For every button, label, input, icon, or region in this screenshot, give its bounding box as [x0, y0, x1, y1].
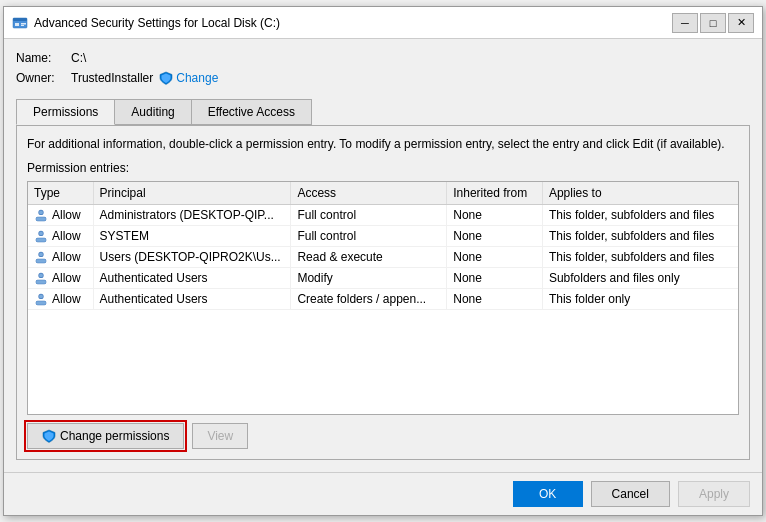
change-link-text: Change — [176, 71, 218, 85]
cell-applies: This folder, subfolders and files — [542, 204, 738, 225]
col-type: Type — [28, 182, 93, 205]
cell-access: Create folders / appen... — [291, 288, 447, 309]
cell-principal: Authenticated Users — [93, 288, 291, 309]
tabs-container: Permissions Auditing Effective Access — [16, 99, 750, 125]
window-title: Advanced Security Settings for Local Dis… — [34, 16, 672, 30]
cell-applies: This folder only — [542, 288, 738, 309]
window-controls: ─ □ ✕ — [672, 13, 754, 33]
tab-effective-access[interactable]: Effective Access — [191, 99, 312, 125]
ok-button[interactable]: OK — [513, 481, 583, 507]
maximize-button[interactable]: □ — [700, 13, 726, 33]
name-label: Name: — [16, 51, 71, 65]
apply-button[interactable]: Apply — [678, 481, 750, 507]
shield-btn-icon — [42, 429, 56, 443]
cell-access: Read & execute — [291, 246, 447, 267]
col-inherited: Inherited from — [447, 182, 543, 205]
cell-principal: Authenticated Users — [93, 267, 291, 288]
svg-point-11 — [39, 231, 43, 235]
cell-access: Full control — [291, 225, 447, 246]
cell-inherited: None — [447, 246, 543, 267]
cell-principal: SYSTEM — [93, 225, 291, 246]
cell-type: Allow — [28, 288, 93, 309]
user-icon — [34, 229, 48, 243]
col-access: Access — [291, 182, 447, 205]
cell-inherited: None — [447, 204, 543, 225]
owner-row: Owner: TrustedInstaller Change — [16, 71, 750, 85]
title-bar: Advanced Security Settings for Local Dis… — [4, 7, 762, 39]
svg-rect-1 — [13, 18, 27, 21]
cell-inherited: None — [447, 288, 543, 309]
description-text: For additional information, double-click… — [27, 136, 739, 153]
owner-label: Owner: — [16, 71, 71, 85]
cell-inherited: None — [447, 225, 543, 246]
content-area: Name: C:\ Owner: TrustedInstaller Change… — [4, 39, 762, 472]
footer: OK Cancel Apply — [4, 472, 762, 515]
svg-point-23 — [39, 294, 43, 298]
cell-inherited: None — [447, 267, 543, 288]
svg-rect-16 — [36, 259, 46, 263]
bottom-buttons: Change permissions View — [27, 423, 739, 449]
tab-content-permissions: For additional information, double-click… — [16, 125, 750, 460]
user-icon — [34, 292, 48, 306]
cell-applies: This folder, subfolders and files — [542, 225, 738, 246]
cell-access: Modify — [291, 267, 447, 288]
col-applies: Applies to — [542, 182, 738, 205]
svg-point-19 — [39, 273, 43, 277]
svg-rect-4 — [21, 25, 24, 26]
view-label: View — [207, 429, 233, 443]
svg-rect-20 — [36, 280, 46, 284]
tab-permissions[interactable]: Permissions — [16, 99, 115, 125]
change-owner-link[interactable]: Change — [159, 71, 218, 85]
cell-type: Allow — [28, 246, 93, 267]
tab-auditing[interactable]: Auditing — [114, 99, 191, 125]
permissions-table: Type Principal Access Inherited from App… — [28, 182, 738, 310]
cell-access: Full control — [291, 204, 447, 225]
cell-applies: This folder, subfolders and files — [542, 246, 738, 267]
svg-rect-8 — [36, 217, 46, 221]
cell-applies: Subfolders and files only — [542, 267, 738, 288]
change-permissions-button[interactable]: Change permissions — [27, 423, 184, 449]
change-permissions-label: Change permissions — [60, 429, 169, 443]
main-window: Advanced Security Settings for Local Dis… — [3, 6, 763, 516]
name-row: Name: C:\ — [16, 51, 750, 65]
table-header-row: Type Principal Access Inherited from App… — [28, 182, 738, 205]
cancel-button[interactable]: Cancel — [591, 481, 670, 507]
shield-icon — [159, 71, 173, 85]
view-button[interactable]: View — [192, 423, 248, 449]
window-icon — [12, 15, 28, 31]
table-row[interactable]: Allow Users (DESKTOP-QIPRO2K\Us...Read &… — [28, 246, 738, 267]
minimize-button[interactable]: ─ — [672, 13, 698, 33]
svg-rect-3 — [21, 23, 26, 25]
cell-type: Allow — [28, 267, 93, 288]
svg-rect-12 — [36, 238, 46, 242]
section-label: Permission entries: — [27, 161, 739, 175]
cell-principal: Administrators (DESKTOP-QIP... — [93, 204, 291, 225]
close-button[interactable]: ✕ — [728, 13, 754, 33]
svg-rect-2 — [15, 23, 19, 26]
table-row[interactable]: Allow Authenticated UsersCreate folders … — [28, 288, 738, 309]
user-icon — [34, 271, 48, 285]
user-icon — [34, 208, 48, 222]
table-row[interactable]: Allow Authenticated UsersModifyNoneSubfo… — [28, 267, 738, 288]
user-icon — [34, 250, 48, 264]
cell-type: Allow — [28, 204, 93, 225]
cell-type: Allow — [28, 225, 93, 246]
svg-point-7 — [39, 210, 43, 214]
svg-rect-24 — [36, 301, 46, 305]
col-principal: Principal — [93, 182, 291, 205]
table-row[interactable]: Allow SYSTEMFull controlNoneThis folder,… — [28, 225, 738, 246]
cell-principal: Users (DESKTOP-QIPRO2K\Us... — [93, 246, 291, 267]
permissions-table-container[interactable]: Type Principal Access Inherited from App… — [27, 181, 739, 415]
owner-value: TrustedInstaller — [71, 71, 153, 85]
svg-point-15 — [39, 252, 43, 256]
table-row[interactable]: Allow Administrators (DESKTOP-QIP...Full… — [28, 204, 738, 225]
name-value: C:\ — [71, 51, 86, 65]
